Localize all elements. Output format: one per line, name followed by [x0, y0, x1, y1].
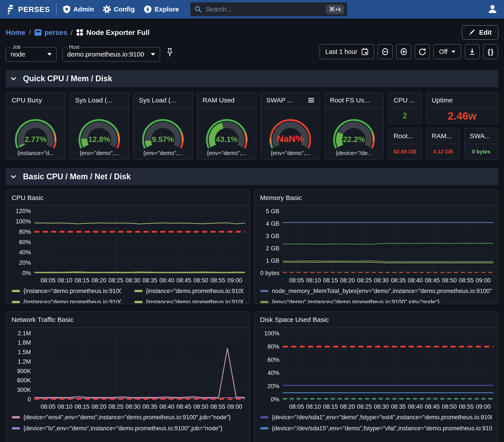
- legend-item[interactable]: {device="/dev/sda15",env="demo",fstype="…: [260, 424, 492, 432]
- search-placeholder: Search...: [205, 5, 323, 13]
- svg-text:09:00: 09:00: [227, 403, 242, 410]
- chevron-down-icon: [11, 175, 16, 178]
- svg-text:08:45: 08:45: [425, 277, 440, 284]
- svg-text:08:55: 08:55: [459, 277, 474, 284]
- edit-button-label: Edit: [479, 29, 492, 36]
- legend-item[interactable]: node_memory_MemTotal_bytes{env="demo",in…: [260, 287, 492, 295]
- svg-text:08:05: 08:05: [289, 277, 304, 284]
- zoom-in-button[interactable]: [396, 44, 411, 59]
- host-select[interactable]: Host demo.prometheus.io:9100: [62, 44, 160, 62]
- legend-item[interactable]: {env="demo",instance="demo.prometheus.io…: [260, 298, 492, 303]
- svg-text:2.1M: 2.1M: [18, 330, 31, 337]
- legend-label: {instance="demo.prometheus.io:9100"}: [23, 299, 121, 303]
- legend-item[interactable]: {device="/dev/sda1",env="demo",fstype="e…: [260, 413, 492, 421]
- shield-star-icon: [63, 5, 71, 14]
- view-json-button[interactable]: {}: [483, 44, 498, 59]
- panel-menu-icon[interactable]: [308, 98, 314, 103]
- legend-item[interactable]: {instance="demo.prometheus.io:9100"}: [134, 298, 244, 303]
- legend-item[interactable]: {device="lo",env="demo",instance="demo.p…: [12, 424, 231, 432]
- breadcrumb-dashboard: Node Exporter Full: [76, 29, 149, 37]
- legend-item[interactable]: {instance="demo.prometheus.io:9100"}: [12, 298, 121, 303]
- time-range-button[interactable]: Last 1 hour: [320, 44, 374, 59]
- panel-title: Uptime: [432, 96, 453, 104]
- svg-text:08:15: 08:15: [323, 277, 338, 284]
- legend-label: {device="lo",env="demo",instance="demo.p…: [23, 425, 222, 432]
- legend-label: {instance="demo.prometheus.io:9100"}: [146, 288, 244, 295]
- svg-text:08:40: 08:40: [160, 403, 175, 410]
- svg-text:600K: 600K: [17, 377, 31, 384]
- svg-text:300K: 300K: [17, 387, 31, 393]
- panel-ram-used: RAM Used 43.1% {env="demo",...: [197, 92, 256, 160]
- calendar-icon: [361, 48, 368, 55]
- breadcrumb-project[interactable]: perses: [34, 29, 67, 37]
- svg-text:12.8%: 12.8%: [88, 135, 110, 143]
- svg-text:80%: 80%: [268, 343, 279, 350]
- svg-text:0: 0: [28, 396, 31, 403]
- svg-text:0 bytes: 0 bytes: [260, 270, 279, 276]
- breadcrumb-project-label: perses: [44, 29, 67, 37]
- disk-space-chart[interactable]: 100%80%60%40%20%0%08:0508:1008:1508:2008…: [255, 328, 498, 412]
- panel-title: Memory Basic: [260, 194, 302, 202]
- search-shortcut-badge: ⌘+k: [326, 5, 344, 14]
- svg-text:08:20: 08:20: [91, 403, 107, 410]
- svg-text:08:40: 08:40: [160, 277, 175, 284]
- job-select[interactable]: Job node: [6, 44, 56, 62]
- panel-cpu-busy: CPU Busy 2.77% {instance="d...: [6, 92, 65, 160]
- gauge-chart: 12.8%: [73, 118, 125, 149]
- svg-text:08:10: 08:10: [306, 277, 321, 284]
- svg-text:08:35: 08:35: [391, 277, 406, 284]
- gauge-row: CPU Busy 2.77% {instance="d... Sys Load …: [6, 92, 498, 160]
- panel-title: Root...: [394, 132, 413, 140]
- cpu-basic-chart[interactable]: 120%100%80%60%40%20%0%08:0508:1008:1508:…: [6, 206, 249, 285]
- nav-admin[interactable]: Admin: [63, 5, 94, 14]
- panel-title: CPU Busy: [12, 96, 42, 104]
- panel-title: Disk Space Used Basic: [260, 316, 329, 323]
- section-basic-cpu-mem-net-disk[interactable]: Basic CPU / Mem / Net / Disk: [6, 168, 498, 185]
- svg-text:08:20: 08:20: [340, 403, 355, 410]
- svg-text:08:40: 08:40: [408, 403, 423, 410]
- svg-text:08:05: 08:05: [41, 277, 56, 284]
- legend-label: {device="/dev/sda1",env="demo",fstype="e…: [272, 414, 492, 421]
- gauge-chart: 43.1%: [201, 118, 253, 149]
- svg-text:4 GB: 4 GB: [266, 220, 279, 227]
- legend-swatch: [260, 301, 268, 303]
- perses-logo[interactable]: PERSES: [6, 4, 50, 14]
- breadcrumb-home[interactable]: Home: [6, 29, 25, 37]
- gauge-chart: 9.57%: [137, 118, 189, 149]
- legend-item[interactable]: {device="ens4",env="demo",instance="demo…: [12, 413, 231, 421]
- svg-text:40%: 40%: [268, 370, 279, 376]
- svg-text:60%: 60%: [268, 356, 279, 363]
- zoom-out-button[interactable]: [378, 44, 393, 59]
- memory-basic-chart[interactable]: 5 GB4 GB3 GB2 GB1 GB0 bytes08:0508:1008:…: [255, 206, 498, 285]
- svg-text:08:25: 08:25: [357, 277, 372, 284]
- panel-network-traffic-basic: Network Traffic Basic 2.1M1.8M1.5M1.2M90…: [6, 312, 250, 442]
- panel-cpu-basic: CPU Basic 120%100%80%60%40%20%0%08:0508:…: [6, 190, 250, 304]
- refresh-button[interactable]: [415, 44, 430, 59]
- nav-explore[interactable]: Explore: [144, 5, 179, 14]
- svg-text:NaN%: NaN%: [277, 133, 304, 144]
- download-dashboard-button[interactable]: [465, 44, 480, 59]
- svg-text:08:20: 08:20: [91, 277, 107, 284]
- refresh-interval-select[interactable]: Off: [433, 44, 461, 59]
- app-navbar: PERSES Admin Config Explore Search... ⌘+…: [0, 0, 504, 18]
- svg-text:09:00: 09:00: [476, 403, 491, 410]
- edit-button[interactable]: Edit: [462, 25, 498, 40]
- svg-text:0%: 0%: [22, 270, 31, 276]
- section-title: Quick CPU / Mem / Disk: [23, 74, 112, 83]
- svg-text:09:00: 09:00: [227, 277, 242, 284]
- legend-swatch: [260, 416, 268, 418]
- legend-item[interactable]: {instance="demo.prometheus.io:9100"}: [134, 287, 244, 295]
- time-range-label: Last 1 hour: [325, 48, 357, 55]
- section-quick-cpu-mem-disk[interactable]: Quick CPU / Mem / Disk: [6, 70, 498, 87]
- gauge-chart: NaN%: [264, 118, 316, 149]
- network-traffic-chart[interactable]: 2.1M1.8M1.5M1.2M900K600K300K008:0508:100…: [6, 328, 249, 412]
- nav-config[interactable]: Config: [103, 5, 135, 14]
- chevron-down-icon: [11, 77, 16, 80]
- pin-variables-button[interactable]: [166, 48, 174, 57]
- svg-text:80%: 80%: [19, 229, 31, 235]
- legend-item[interactable]: {instance="demo.prometheus.io:9100"}: [12, 287, 121, 295]
- avatar[interactable]: [487, 3, 498, 15]
- legend-swatch: [12, 301, 20, 303]
- gear-icon: [103, 5, 111, 14]
- search-input[interactable]: Search... ⌘+k: [190, 2, 347, 16]
